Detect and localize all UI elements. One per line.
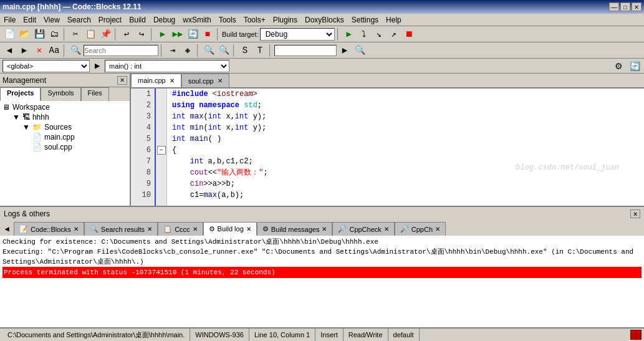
tab-soul-cpp[interactable]: soul.cpp ✕ xyxy=(181,74,229,87)
menu-search[interactable]: Search xyxy=(64,14,95,26)
debug-button[interactable]: ▶ xyxy=(342,27,356,41)
tree-project[interactable]: ▼ 🏗 hhhh xyxy=(10,112,130,122)
log-cppcheck-close[interactable]: ✕ xyxy=(384,226,389,233)
step-over-button[interactable]: ⤵ xyxy=(357,27,371,41)
zoom-out-button[interactable]: 🔍 xyxy=(217,44,231,57)
rebuild-button[interactable]: 🔄 xyxy=(186,27,199,41)
log-cccc-label: Cccc xyxy=(175,226,190,233)
menu-tools-plus[interactable]: Tools+ xyxy=(240,14,269,26)
menu-tools[interactable]: Tools xyxy=(215,14,240,26)
management-close-button[interactable]: ✕ xyxy=(117,76,127,85)
menu-edit[interactable]: Edit xyxy=(19,14,40,26)
match-case-button[interactable]: Aa xyxy=(47,44,61,57)
log-tab-cppcheck[interactable]: 🔎 CppCheck ✕ xyxy=(332,222,394,236)
log-tab-buildlog[interactable]: ⚙ Build log ✕ xyxy=(203,222,257,236)
tree-sources[interactable]: ▼ 📁 Sources xyxy=(20,122,130,132)
paste-button[interactable]: 📌 xyxy=(99,27,112,41)
menu-project[interactable]: Project xyxy=(95,14,125,26)
save-button[interactable]: 💾 xyxy=(32,27,46,41)
code-view[interactable]: 1 2 3 4 5 6 7 8 9 10 xyxy=(131,89,644,206)
logs-content: Checking for existence: C:\Documents and… xyxy=(0,236,644,327)
code-content[interactable]: #include <iostream> using namespace std;… xyxy=(167,89,644,206)
step-in-button[interactable]: ↘ xyxy=(372,27,386,41)
tree-workspace[interactable]: 🖥 Workspace xyxy=(0,102,130,112)
log-line-error: Process terminated with status -10737415… xyxy=(2,267,642,278)
menu-settings[interactable]: Settings xyxy=(348,14,382,26)
log-tab-cccc[interactable]: 📋 Cccc ✕ xyxy=(158,222,203,236)
menu-view[interactable]: View xyxy=(40,14,64,26)
build-button[interactable]: ▶ xyxy=(156,27,170,41)
tab-files[interactable]: Files xyxy=(81,87,109,101)
build-target-select[interactable]: Debug xyxy=(260,28,335,41)
log-search-close[interactable]: ✕ xyxy=(147,226,152,233)
log-cccc-close[interactable]: ✕ xyxy=(193,226,198,233)
search-icon: 🔍 xyxy=(69,44,82,57)
function-select[interactable]: main() : int xyxy=(105,60,229,72)
toolbar-search: ◀ ▶ ✕ Aa 🔍 ⇥ ◈ 🔍 🔍 S T ▶ 🔍 xyxy=(0,42,644,59)
undo-button[interactable]: ↩ xyxy=(120,27,133,41)
menu-plugins[interactable]: Plugins xyxy=(269,14,301,26)
search-input[interactable] xyxy=(84,45,158,56)
log-codeblocks-close[interactable]: ✕ xyxy=(74,226,79,233)
open-file-button[interactable]: 📂 xyxy=(17,27,31,41)
tree-main-cpp[interactable]: 📄 main.cpp xyxy=(30,132,130,142)
tab-main-close[interactable]: ✕ xyxy=(170,77,175,84)
menu-help[interactable]: Help xyxy=(382,14,405,26)
zoom-in-button[interactable]: 🔍 xyxy=(202,44,216,57)
step-out-button[interactable]: ↗ xyxy=(387,27,401,41)
status-error-button[interactable] xyxy=(630,330,642,340)
close-button[interactable]: ✕ xyxy=(632,2,642,11)
scope-settings-icon[interactable]: ⚙ xyxy=(612,59,625,73)
tab-symbols[interactable]: Symbols xyxy=(41,87,80,101)
filter-button[interactable]: T xyxy=(253,44,267,57)
logs-panel: Logs & others ✕ ◀ 📝 Code::Blocks ✕ 🔍 Sea… xyxy=(0,206,644,327)
format-button[interactable]: ⇥ xyxy=(166,44,180,57)
title-buttons: — □ ✕ xyxy=(609,2,642,11)
menu-file[interactable]: File xyxy=(0,14,19,26)
fold-button-6[interactable]: − xyxy=(157,146,166,155)
sources-expand-icon: ▼ xyxy=(22,123,30,132)
new-file-button[interactable]: 📄 xyxy=(2,27,16,41)
log-tab-search[interactable]: 🔍 Search results ✕ xyxy=(84,222,158,236)
menu-bar: File Edit View Search Project Build Debu… xyxy=(0,14,644,26)
menu-wxsmith[interactable]: wxSmith xyxy=(179,14,214,26)
copy-button[interactable]: 📋 xyxy=(84,27,97,41)
log-cppch2-close[interactable]: ✕ xyxy=(435,226,440,233)
minimize-button[interactable]: — xyxy=(609,2,619,11)
find-button[interactable]: 🔍 xyxy=(353,44,367,57)
menu-build[interactable]: Build xyxy=(125,14,150,26)
search-next-button[interactable]: ▶ xyxy=(17,44,31,57)
file-icon-1: 📄 xyxy=(32,133,42,142)
cut-button[interactable]: ✂ xyxy=(69,27,82,41)
tree-soul-cpp[interactable]: 📄 soul.cpp xyxy=(30,142,130,152)
log-tab-codeblocks[interactable]: 📝 Code::Blocks ✕ xyxy=(14,222,84,236)
log-tab-cppch2[interactable]: 🔎 CppCh ✕ xyxy=(395,222,446,236)
log-cppcheck-label: CppCheck xyxy=(349,226,381,233)
stop-button[interactable]: ■ xyxy=(201,27,214,41)
tab-projects[interactable]: Projects xyxy=(0,87,41,101)
log-buildlog-close[interactable]: ✕ xyxy=(246,226,251,233)
scope-refresh-icon[interactable]: 🔄 xyxy=(628,59,642,73)
find-input[interactable] xyxy=(274,45,337,56)
go-button[interactable]: ▶ xyxy=(338,44,352,57)
tab-soul-close[interactable]: ✕ xyxy=(218,77,223,84)
menu-doxyblocks[interactable]: DoxyBlocks xyxy=(301,14,348,26)
search-clear-button[interactable]: ✕ xyxy=(32,44,46,57)
menu-debug[interactable]: Debug xyxy=(150,14,179,26)
tab-main-cpp[interactable]: main.cpp ✕ xyxy=(131,74,181,87)
redo-button[interactable]: ↪ xyxy=(135,27,148,41)
stop-debug-button[interactable]: ⏹ xyxy=(402,27,416,41)
maximize-button[interactable]: □ xyxy=(620,2,630,11)
scope-select[interactable]: <global> xyxy=(2,60,90,72)
logs-prev-button[interactable]: ◀ xyxy=(0,222,14,236)
sort-button[interactable]: S xyxy=(238,44,252,57)
logs-close-button[interactable]: ✕ xyxy=(630,209,640,218)
run-button[interactable]: ▶▶ xyxy=(171,27,185,41)
log-buildmsg-close[interactable]: ✕ xyxy=(322,226,327,233)
search-prev-button[interactable]: ◀ xyxy=(2,44,16,57)
save-all-button[interactable]: 🗂 xyxy=(47,27,61,41)
project-tree: 🖥 Workspace ▼ 🏗 hhhh ▼ 📁 Sources 📄 xyxy=(0,101,130,206)
indent-button[interactable]: ◈ xyxy=(181,44,195,57)
log-tab-buildmsg[interactable]: ⚙ Build messages ✕ xyxy=(257,222,333,236)
tab-bar: main.cpp ✕ soul.cpp ✕ xyxy=(131,74,644,89)
